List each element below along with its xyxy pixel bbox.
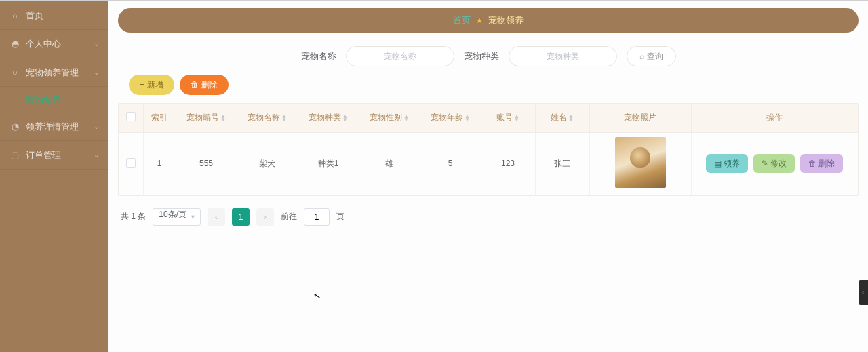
thumb-icon: ◔	[9, 121, 20, 132]
sort-icon: ▲▼	[465, 115, 470, 121]
home-icon: ⌂	[9, 10, 20, 20]
sidebar-item-label: 宠物领养管理	[26, 66, 79, 79]
pagination-total: 共 1 条	[121, 211, 146, 222]
row-adopt-button[interactable]: ▤ 领养	[706, 154, 748, 173]
page-size-select[interactable]: 10条/页 ▼	[153, 208, 201, 226]
jump-suffix: 页	[336, 211, 344, 222]
pagination: 共 1 条 10条/页 ▼ ‹ 1 › 前往 页	[118, 204, 859, 230]
breadcrumb: 首页 ★ 宠物领养	[118, 8, 859, 33]
sort-icon: ▲▼	[403, 115, 409, 121]
data-table: 索引 宠物编号▲▼ 宠物名称▲▼ 宠物种类▲▼ 宠物性别▲▼ 宠物年龄▲▼ 账号…	[118, 103, 859, 196]
chevron-down-icon: ⌄	[94, 151, 99, 159]
sidebar: ⌂ 首页 ◓ 个人中心 ⌄ ○ 宠物领养管理 ⌄ 宠物领养 ◔ 领养详情管理 ⌄…	[0, 1, 108, 352]
cell-sex: 雄	[359, 132, 420, 195]
paw-icon: ○	[9, 67, 20, 77]
sidebar-item-label: 领养详情管理	[26, 121, 79, 133]
col-actions: 操作	[691, 104, 858, 132]
chevron-down-icon: ⌄	[94, 40, 99, 47]
list-icon: ▤	[714, 159, 722, 168]
sort-icon: ▲▼	[568, 115, 574, 121]
page-jump-input[interactable]	[304, 208, 330, 226]
sort-icon: ▲▼	[281, 115, 287, 121]
filter-type-label: 宠物种类	[464, 50, 499, 62]
main-content: 首页 ★ 宠物领养 宠物名称 宠物种类 ⌕ 查询 + 新增 🗑 删除	[108, 1, 868, 352]
sidebar-item-profile[interactable]: ◓ 个人中心 ⌄	[0, 30, 108, 58]
breadcrumb-current: 宠物领养	[488, 14, 524, 26]
add-button-label: 新增	[147, 79, 163, 91]
cell-checkbox[interactable]	[119, 132, 143, 195]
add-button[interactable]: + 新增	[129, 75, 174, 95]
action-bar: + 新增 🗑 删除	[118, 75, 859, 95]
plus-icon: +	[140, 80, 144, 90]
page-prev-button[interactable]: ‹	[208, 208, 225, 226]
col-age[interactable]: 宠物年龄▲▼	[420, 104, 481, 132]
cell-photo	[589, 132, 691, 195]
user-icon: ◓	[9, 39, 20, 49]
sidebar-item-detail-mgmt[interactable]: ◔ 领养详情管理 ⌄	[0, 113, 108, 141]
sidebar-item-label: 订单管理	[26, 149, 61, 161]
drawer-handle[interactable]: ‹	[859, 280, 868, 305]
filter-bar: 宠物名称 宠物种类 ⌕ 查询	[118, 46, 859, 66]
cell-user: 张三	[535, 132, 589, 195]
sidebar-item-order-mgmt[interactable]: ▢ 订单管理 ⌄	[0, 141, 108, 170]
col-photo: 宠物照片	[589, 104, 691, 132]
row-edit-button[interactable]: ✎ 修改	[753, 154, 795, 173]
filter-type-input[interactable]	[509, 46, 617, 66]
filter-name-label: 宠物名称	[301, 50, 336, 62]
col-name[interactable]: 宠物名称▲▼	[237, 104, 298, 132]
cell-index: 1	[143, 132, 176, 195]
sidebar-item-home[interactable]: ⌂ 首页	[0, 1, 108, 30]
chevron-down-icon: ⌄	[94, 69, 99, 76]
table-header-row: 索引 宠物编号▲▼ 宠物名称▲▼ 宠物种类▲▼ 宠物性别▲▼ 宠物年龄▲▼ 账号…	[119, 104, 858, 132]
edit-icon: ✎	[762, 159, 768, 168]
breadcrumb-home[interactable]: 首页	[453, 14, 471, 26]
page-number-current[interactable]: 1	[232, 208, 250, 226]
cursor-icon: ↖	[313, 290, 323, 302]
cell-age: 5	[420, 132, 481, 195]
col-type[interactable]: 宠物种类▲▼	[298, 104, 359, 132]
cell-name: 柴犬	[237, 132, 298, 195]
col-sex[interactable]: 宠物性别▲▼	[359, 104, 420, 132]
col-index[interactable]: 索引	[143, 104, 176, 132]
sidebar-item-label: 首页	[26, 9, 43, 22]
trash-icon: 🗑	[191, 80, 199, 90]
filter-name-input[interactable]	[346, 46, 454, 66]
col-account[interactable]: 账号▲▼	[481, 104, 535, 132]
cell-type: 种类1	[298, 132, 359, 195]
sidebar-subitem-adopt[interactable]: 宠物领养	[0, 87, 108, 113]
sidebar-item-adopt-mgmt[interactable]: ○ 宠物领养管理 ⌄	[0, 58, 108, 87]
sidebar-item-label: 宠物领养	[26, 94, 61, 106]
col-checkbox[interactable]	[119, 104, 143, 132]
chevron-down-icon: ▼	[190, 214, 196, 220]
cell-code: 555	[176, 132, 237, 195]
jump-prefix: 前往	[281, 211, 297, 222]
sort-icon: ▲▼	[220, 115, 226, 121]
star-icon: ★	[476, 16, 483, 25]
cell-actions: ▤ 领养 ✎ 修改 🗑 删除	[691, 132, 858, 195]
table-row: 1 555 柴犬 种类1 雄 5 123 张三 ▤	[119, 132, 858, 195]
sort-icon: ▲▼	[514, 115, 519, 121]
query-button-label: 查询	[647, 51, 663, 62]
flag-icon: ▢	[9, 150, 20, 160]
search-icon: ⌕	[639, 52, 644, 61]
sort-icon: ▲▼	[342, 115, 348, 121]
page-next-button[interactable]: ›	[256, 208, 274, 226]
delete-button-label: 删除	[201, 79, 218, 91]
trash-icon: 🗑	[808, 159, 816, 168]
query-button[interactable]: ⌕ 查询	[627, 46, 676, 66]
row-delete-button[interactable]: 🗑 删除	[800, 154, 843, 173]
chevron-down-icon: ⌄	[94, 123, 99, 130]
cell-account: 123	[481, 132, 535, 195]
col-code[interactable]: 宠物编号▲▼	[176, 104, 237, 132]
sidebar-item-label: 个人中心	[26, 38, 61, 50]
delete-button[interactable]: 🗑 删除	[180, 75, 229, 95]
pet-photo[interactable]	[615, 137, 666, 188]
col-user[interactable]: 姓名▲▼	[535, 104, 589, 132]
